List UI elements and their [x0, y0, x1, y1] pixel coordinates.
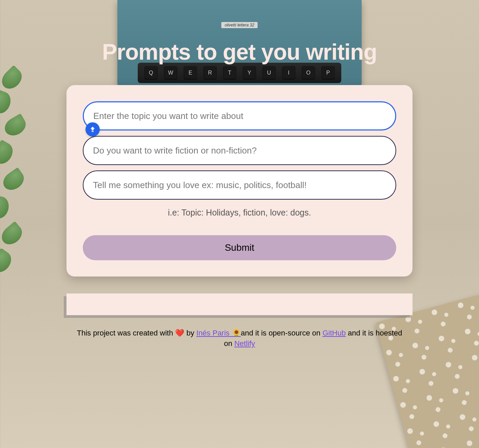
author-link[interactable]: Inés Paris 🌻: [196, 329, 241, 337]
submit-button[interactable]: Submit: [83, 235, 396, 260]
genre-input[interactable]: [83, 136, 396, 165]
result-card: [66, 293, 413, 315]
footer-prefix: This project was created with ❤️ by: [77, 329, 196, 337]
svg-rect-0: [92, 131, 94, 132]
footer-mid1: and it is open-source on: [241, 329, 323, 337]
genre-input-wrapper: [83, 136, 396, 165]
github-link[interactable]: GitHub: [323, 329, 346, 337]
netlify-link[interactable]: Netlify: [234, 339, 255, 348]
footer: This project was created with ❤️ by Inés…: [66, 315, 413, 363]
topic-input[interactable]: [83, 101, 396, 130]
love-input[interactable]: [83, 170, 396, 200]
love-input-wrapper: [83, 170, 396, 200]
form-card: i.e: Topic: Holidays, fiction, love: dog…: [66, 85, 413, 277]
upload-icon[interactable]: [85, 122, 100, 137]
hint-text: i.e: Topic: Holidays, fiction, love: dog…: [83, 208, 396, 218]
page-title: Prompts to get you writing: [66, 0, 413, 85]
topic-input-wrapper: [83, 101, 396, 130]
